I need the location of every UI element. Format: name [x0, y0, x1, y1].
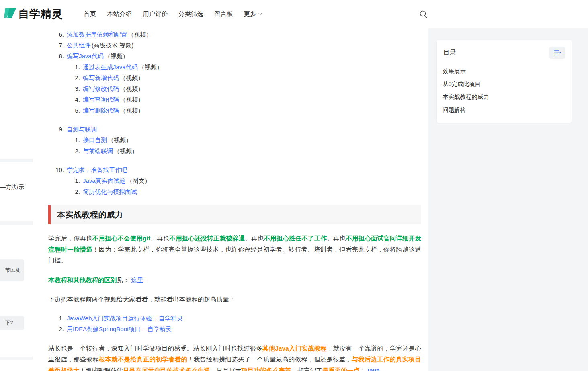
toc-item[interactable]: 效果展示	[443, 65, 565, 78]
text-segment: 站长也是一个转行者，深知入门时学做项目的感受。站长刚入门时也找过很多	[48, 345, 262, 352]
left-card: —方法/示	[0, 162, 33, 221]
top-navbar: 自学精灵 首页本站介绍用户评价分类筛选留言板更多	[0, 0, 588, 28]
outline-list: 6.添加数据库依赖和配置（视频）7.公共组件(高级技术 视频)8.编写Java代…	[48, 29, 421, 197]
text-segment: 学完后，你再也	[48, 235, 92, 242]
left-card: 节以及 下?	[0, 225, 33, 357]
video-list-item: 2.用IDEA创建SpringBoot项目 – 自学精灵	[48, 324, 421, 334]
left-card	[0, 28, 33, 159]
left-snippet-text: —方法/示	[0, 184, 31, 191]
nav-item-label: 首页	[84, 10, 96, 18]
search-button[interactable]	[419, 10, 428, 19]
text-segment: 本教程和其他教程的区别	[48, 277, 117, 283]
outline-link[interactable]: 编写删除代码	[83, 105, 119, 116]
item-suffix: （视频）	[104, 51, 129, 61]
toc-list-icon	[554, 50, 561, 56]
text-segment: ，只是展示	[210, 367, 242, 371]
toc-items: 效果展示从0完成此项目本实战教程的威力问题解答	[437, 65, 572, 116]
item-number: 2.	[70, 146, 80, 156]
left-list-item[interactable]: 下?	[0, 316, 24, 330]
inline-link[interactable]: 这里	[131, 277, 143, 283]
outline-sublist: 1.Java真实面试题（图文）2.简历优化与模拟面试	[48, 175, 421, 197]
chevron-down-icon	[258, 11, 262, 15]
item-suffix: （视频）	[120, 83, 144, 94]
outline-link[interactable]: 接口自测	[83, 135, 107, 146]
text-segment: 不用担心不会使用git	[92, 235, 150, 242]
paragraph: 本教程和其他教程的区别见： 这里	[48, 275, 421, 286]
item-number: 3.	[70, 83, 80, 94]
nav-item[interactable]: 分类筛选	[178, 10, 203, 18]
outline-sublist: 1.接口自测（视频）2.与前端联调（视频）	[48, 135, 421, 156]
heading-accent-bar	[48, 205, 51, 224]
section-heading: 本实战教程的威力	[48, 205, 421, 224]
left-list-item-label: 节以及	[0, 267, 20, 274]
text-segment: 下边把本教程前两个视频给大家看看，就能看出本教程的超高质量：	[48, 296, 235, 303]
outline-link[interactable]: 编写Java代码	[67, 51, 104, 61]
nav-item[interactable]: 更多	[244, 10, 262, 18]
outline-link[interactable]: 编写新增代码	[83, 72, 119, 83]
outline-link[interactable]: 学完啦，准备找工作吧	[67, 164, 127, 175]
video-list-item: 1.JavaWeb入门实战项目运行体验 – 自学精灵	[48, 313, 421, 324]
outline-link[interactable]: 编写查询代码	[83, 94, 119, 105]
item-number: 5.	[70, 105, 80, 116]
section-title: 本实战教程的威力	[57, 209, 123, 220]
toc-header: 目录	[437, 40, 572, 59]
outline-link[interactable]: 简历优化与模拟面试	[83, 186, 137, 197]
inline-link[interactable]: Java	[366, 367, 380, 371]
item-number: 8.	[53, 51, 64, 61]
search-icon	[419, 10, 428, 18]
text-segment: 最重要的一点	[322, 367, 360, 371]
toc-item[interactable]: 从0完成此项目	[443, 78, 565, 90]
text-segment: 不用担心胜任不了工作	[264, 235, 327, 242]
nav-item-label: 用户评价	[143, 10, 168, 18]
video-link[interactable]: 用IDEA创建SpringBoot项目 – 自学精灵	[67, 324, 172, 334]
outline-link[interactable]: 与前端联调	[83, 146, 113, 156]
text-segment: 、再也	[327, 235, 346, 242]
left-list-item-label: 下?	[0, 320, 13, 326]
item-number: 2.	[70, 72, 80, 83]
text-segment: 见：	[117, 277, 131, 283]
nav-item-label: 本站介绍	[107, 10, 132, 18]
left-list-item[interactable]: 节以及	[0, 259, 24, 281]
item-suffix: （视频）	[108, 135, 132, 146]
item-suffix: （视频）	[139, 61, 163, 72]
text-segment: ！因为：学完此专栏，你将完全掌握这些技术，也许你曾经是初学者、转行者、培训者，但…	[48, 246, 421, 264]
nav-item-label: 更多	[244, 10, 256, 18]
logo-icon	[4, 8, 16, 20]
outline-link[interactable]: 编写修改代码	[83, 83, 119, 94]
toc-item[interactable]: 本实战教程的威力	[443, 90, 565, 103]
outline-item: 5.编写删除代码（视频）	[48, 105, 421, 116]
nav-item[interactable]: 留言板	[214, 10, 233, 18]
item-number: 6.	[53, 29, 64, 40]
video-link[interactable]: JavaWeb入门实战项目运行体验 – 自学精灵	[67, 313, 183, 324]
toc-panel: 目录 效果展示从0完成此项目本实战教程的威力问题解答	[437, 40, 572, 123]
text-segment: ！我曾经精挑细选买了一个质量最高的教程，但还是很差，	[187, 356, 352, 363]
text-segment: 、再也	[150, 235, 169, 242]
logo-text: 自学精灵	[18, 7, 63, 21]
item-number: 1.	[70, 135, 80, 146]
item-suffix: （视频）	[114, 146, 138, 156]
item-number: 1.	[53, 313, 64, 324]
toc-toggle-button[interactable]	[549, 47, 565, 59]
outline-link[interactable]: 公共组件	[67, 40, 91, 51]
text-segment: ：	[360, 367, 366, 371]
nav-item[interactable]: 用户评价	[143, 10, 168, 18]
item-suffix: （视频）	[128, 29, 152, 40]
outline-item: 2.编写新增代码（视频）	[48, 72, 421, 83]
paragraph: 站长也是一个转行者，深知入门时学做项目的感受。站长刚入门时也找过很多其他Java…	[48, 343, 421, 371]
video-list: 1.JavaWeb入门实战项目运行体验 – 自学精灵2.用IDEA创建Sprin…	[48, 313, 421, 334]
nav-item[interactable]: 首页	[84, 10, 96, 18]
outline-link[interactable]: 自测与联调	[67, 124, 97, 135]
outline-item: 1.接口自测（视频）	[48, 135, 421, 146]
outline-item: 2.简历优化与模拟面试	[48, 186, 421, 197]
outline-link[interactable]: 添加数据库依赖和配置	[67, 29, 127, 40]
item-suffix: (高级技术 视频)	[92, 40, 133, 51]
item-number: 10.	[53, 164, 64, 175]
outline-link[interactable]: 通过表生成Java代码	[83, 61, 138, 72]
toc-item[interactable]: 问题解答	[443, 103, 565, 116]
nav-item[interactable]: 本站介绍	[107, 10, 132, 18]
item-suffix: （视频）	[120, 94, 144, 105]
left-rail: —方法/示 节以及 下?	[0, 28, 33, 371]
outline-link[interactable]: Java真实面试题	[83, 175, 126, 186]
paragraph: 学完后，你再也不用担心不会使用git、再也不用担心还没转正就被辞退、再也不用担心…	[48, 233, 421, 266]
site-logo[interactable]: 自学精灵	[4, 0, 63, 28]
